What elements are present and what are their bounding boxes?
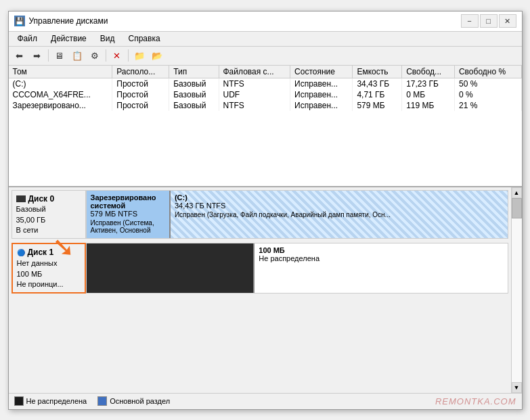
close-button[interactable]: ✕ — [499, 14, 516, 28]
title-bar: 💾 Управление дисками − □ ✕ — [9, 11, 522, 32]
disk-list-area: Том Располо... Тип Файловая с... Состоян… — [9, 66, 522, 187]
toolbar-sep-1 — [48, 49, 49, 62]
legend-label-primary: Основной раздел — [110, 397, 170, 405]
disk-0-name: Диск 0 — [16, 193, 81, 205]
disk-row-1: ➘ 🔵 Диск 1 Нет данных 100 МБ Не проинци.… — [12, 243, 508, 294]
toolbar-btn-6[interactable]: 📂 — [149, 48, 165, 63]
cell-cap-0: 34,43 ГБ — [353, 78, 402, 89]
disk-1-status: Не проинци... — [17, 279, 81, 289]
cell-fs-0: NTFS — [219, 78, 290, 89]
disk-0-status: В сети — [16, 225, 81, 235]
disk-0-partitions: Зарезервировано системой 579 МБ NTFS Исп… — [86, 190, 508, 239]
partition-reserved[interactable]: Зарезервировано системой 579 МБ NTFS Исп… — [87, 191, 171, 239]
legend-box-unallocated — [14, 396, 24, 406]
cell-fpct-1: 0 % — [454, 89, 521, 100]
disk-map-content: Диск 0 Базовый 35,00 ГБ В сети Зарезерви… — [9, 187, 511, 393]
cell-rasp-1: Простой — [112, 89, 169, 100]
maximize-button[interactable]: □ — [480, 14, 498, 28]
toolbar: ⬅ ➡ 🖥 📋 ⚙ ✕ 📁 📂 — [9, 47, 522, 66]
free-size: 100 МБ — [259, 246, 503, 254]
col-header-raspolozhenie[interactable]: Располо... — [112, 66, 169, 78]
scroll-thumb[interactable] — [512, 198, 522, 218]
cell-cap-2: 579 МБ — [353, 100, 402, 111]
watermark: REMONTKA.COM — [435, 396, 516, 406]
cell-free-0: 17,23 ГБ — [402, 78, 455, 89]
cell-rasp-2: Простой — [112, 100, 169, 111]
reserved-size: 579 МБ NTFS — [91, 210, 165, 218]
toolbar-btn-5[interactable]: 📁 — [131, 48, 148, 63]
table-row[interactable]: (C:) Простой Базовый NTFS Исправен... 34… — [9, 78, 522, 89]
toolbar-sep-2 — [106, 49, 106, 62]
forward-button[interactable]: ➡ — [29, 48, 45, 63]
partition-free[interactable]: 100 МБ Не распределена — [255, 243, 507, 293]
partition-c[interactable]: (C:) 34,43 ГБ NTFS Исправен (Загрузка, Ф… — [171, 191, 508, 239]
legend-primary: Основной раздел — [97, 396, 170, 406]
window-title: Управление дисками — [29, 16, 108, 26]
cell-tom-0: (C:) — [9, 78, 112, 89]
menu-file[interactable]: Файл — [12, 32, 44, 45]
c-drive-size: 34,43 ГБ NTFS — [175, 202, 504, 210]
cell-fs-1: UDF — [219, 89, 290, 100]
title-bar-left: 💾 Управление дисками — [14, 16, 108, 26]
menu-view[interactable]: Вид — [94, 32, 121, 45]
cell-fs-2: NTFS — [219, 100, 290, 111]
partition-unallocated[interactable] — [87, 243, 255, 293]
col-header-tip[interactable]: Тип — [169, 66, 219, 78]
cell-tip-0: Базовый — [169, 78, 219, 89]
main-window: 💾 Управление дисками − □ ✕ Файл Действие… — [8, 11, 523, 410]
cell-rasp-0: Простой — [112, 78, 169, 89]
scroll-track[interactable] — [512, 198, 522, 382]
disk-map-scroll: Диск 0 Базовый 35,00 ГБ В сети Зарезерви… — [9, 187, 522, 393]
vertical-scrollbar[interactable]: ▲ ▼ — [511, 187, 522, 393]
disk-1-size: 100 МБ — [17, 269, 81, 279]
legend-box-primary — [97, 396, 107, 406]
window-controls: − □ ✕ — [461, 14, 516, 28]
back-button[interactable]: ⬅ — [12, 48, 28, 63]
disk-label-0: Диск 0 Базовый 35,00 ГБ В сети — [12, 190, 86, 239]
c-drive-status: Исправен (Загрузка, Файл подкачки, Авари… — [175, 211, 504, 218]
cell-tip-2: Базовый — [169, 100, 219, 111]
toolbar-btn-2[interactable]: 📋 — [69, 48, 85, 63]
reserved-name: Зарезервировано системой — [91, 193, 165, 210]
reserved-status: Исправен (Система, Активен, Основной — [91, 219, 165, 234]
free-label: Не распределена — [259, 254, 503, 262]
legend-bar: Не распределена Основной раздел REMONTKA… — [9, 393, 522, 409]
cell-fpct-0: 50 % — [454, 78, 521, 89]
app-icon: 💾 — [14, 16, 25, 26]
minimize-button[interactable]: − — [461, 14, 479, 28]
main-area: Том Располо... Тип Файловая с... Состоян… — [9, 66, 522, 409]
cell-state-2: Исправен... — [290, 100, 353, 111]
scroll-down-button[interactable]: ▼ — [512, 382, 522, 393]
toolbar-btn-4[interactable]: ✕ — [109, 48, 125, 63]
disk-1-name: 🔵 Диск 1 — [17, 247, 81, 258]
disk-0-type: Базовый — [16, 204, 81, 214]
cell-tip-1: Базовый — [169, 89, 219, 100]
menu-help[interactable]: Справка — [123, 32, 167, 45]
col-header-emkost[interactable]: Емкость — [353, 66, 402, 78]
menu-action[interactable]: Действие — [45, 32, 93, 45]
c-drive-name: (C:) — [175, 193, 504, 202]
cell-state-0: Исправен... — [290, 78, 353, 89]
cell-cap-1: 4,71 ГБ — [353, 89, 402, 100]
disk-table: Том Располо... Тип Файловая с... Состоян… — [9, 66, 522, 111]
col-header-sostoyanie[interactable]: Состояние — [290, 66, 353, 78]
cell-tom-1: CCCOMA_X64FRE... — [9, 89, 112, 100]
toolbar-btn-3[interactable]: ⚙ — [87, 48, 103, 63]
table-row[interactable]: CCCOMA_X64FRE... Простой Базовый UDF Исп… — [9, 89, 522, 100]
toolbar-sep-3 — [128, 49, 129, 62]
toolbar-btn-1[interactable]: 🖥 — [51, 48, 68, 63]
disk-row-0: Диск 0 Базовый 35,00 ГБ В сети Зарезерви… — [12, 190, 508, 239]
col-header-tom[interactable]: Том — [9, 66, 112, 78]
disk-0-size: 35,00 ГБ — [16, 215, 81, 225]
legend-label-unallocated: Не распределена — [26, 397, 87, 405]
table-row[interactable]: Зарезервировано... Простой Базовый NTFS … — [9, 100, 522, 111]
cell-tom-2: Зарезервировано... — [9, 100, 112, 111]
cell-state-1: Исправен... — [290, 89, 353, 100]
disk-1-partitions: 100 МБ Не распределена — [86, 243, 508, 294]
menu-bar: Файл Действие Вид Справка — [9, 32, 522, 47]
col-header-svobod-pct[interactable]: Свободно % — [454, 66, 521, 78]
col-header-svobod[interactable]: Свобод... — [402, 66, 455, 78]
col-header-faylovaya[interactable]: Файловая с... — [219, 66, 290, 78]
scroll-up-button[interactable]: ▲ — [512, 187, 522, 198]
cell-free-2: 119 МБ — [402, 100, 455, 111]
